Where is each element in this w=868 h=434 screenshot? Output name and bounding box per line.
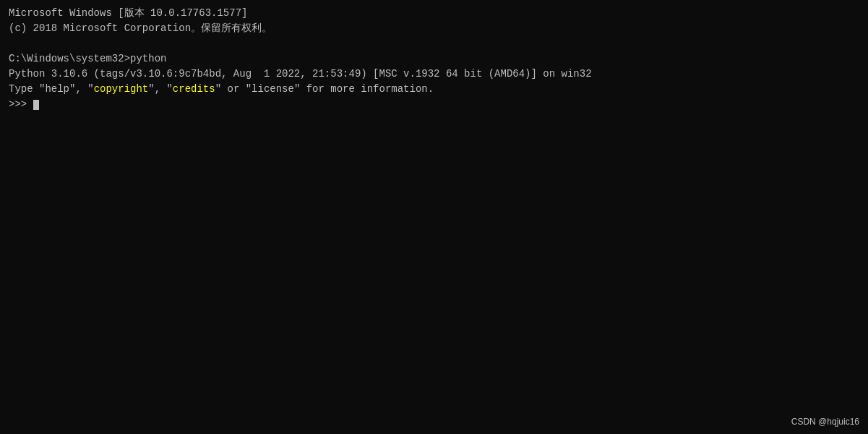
credits-keyword: credits <box>173 83 215 95</box>
repl-prompt-symbol: >>> <box>9 98 33 110</box>
help-text-mid2: " or "license" for more information. <box>215 83 434 95</box>
terminal-help-line: Type "help", "copyright", "credits" or "… <box>9 82 859 97</box>
help-text-prefix: Type "help", " <box>9 83 94 95</box>
terminal-line: (c) 2018 Microsoft Corporation。保留所有权利。 <box>9 21 859 36</box>
help-text-mid1: ", " <box>148 83 173 95</box>
watermark-label: CSDN @hqjuic16 <box>791 417 859 427</box>
terminal-window[interactable]: Microsoft Windows [版本 10.0.17763.1577] (… <box>0 0 868 434</box>
terminal-line: Microsoft Windows [版本 10.0.17763.1577] <box>9 6 859 21</box>
terminal-blank-line <box>9 36 859 51</box>
terminal-prompt-line: C:\Windows\system32>python <box>9 51 859 67</box>
terminal-cursor <box>33 100 39 110</box>
terminal-python-version-line: Python 3.10.6 (tags/v3.10.6:9c7b4bd, Aug… <box>9 67 859 82</box>
copyright-keyword: copyright <box>94 83 149 95</box>
terminal-repl-line: >>> <box>9 97 859 112</box>
